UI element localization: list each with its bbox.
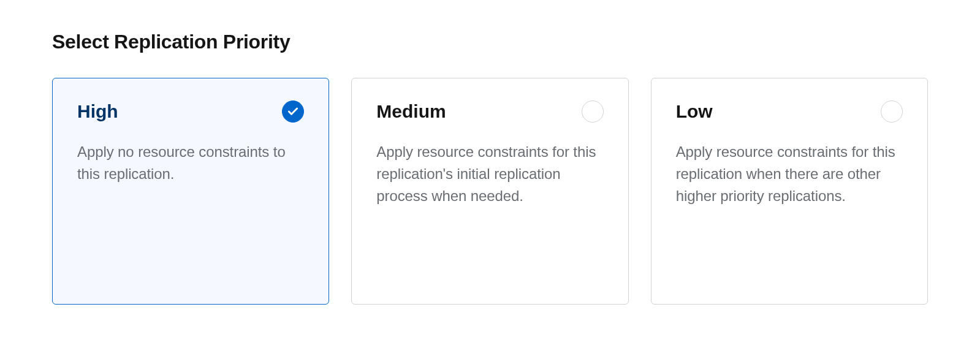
option-description: Apply resource constraints for this repl… (376, 141, 603, 207)
check-icon (287, 105, 299, 118)
option-title: High (77, 101, 118, 122)
page-title: Select Replication Priority (52, 31, 928, 53)
priority-option-high[interactable]: High Apply no resource constraints to th… (52, 78, 329, 305)
option-header: Medium (376, 100, 603, 123)
option-header: Low (676, 100, 903, 123)
option-title: Low (676, 101, 713, 122)
radio-indicator[interactable] (282, 100, 304, 123)
radio-indicator[interactable] (881, 100, 903, 123)
option-header: High (77, 100, 304, 123)
option-description: Apply no resource constraints to this re… (77, 141, 304, 185)
priority-option-low[interactable]: Low Apply resource constraints for this … (651, 78, 928, 305)
priority-option-medium[interactable]: Medium Apply resource constraints for th… (351, 78, 628, 305)
option-description: Apply resource constraints for this repl… (676, 141, 903, 207)
radio-indicator[interactable] (582, 100, 604, 123)
option-title: Medium (376, 101, 446, 122)
priority-options-row: High Apply no resource constraints to th… (52, 78, 928, 305)
